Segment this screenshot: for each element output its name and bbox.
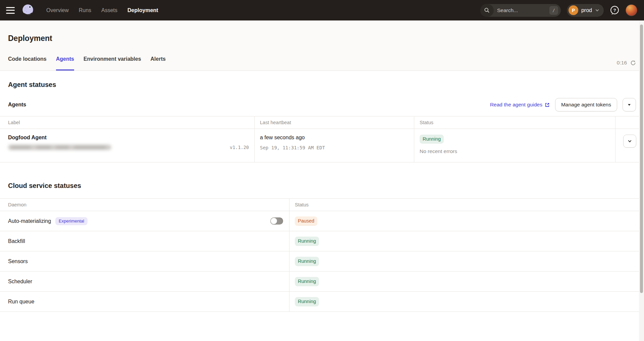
chevron-down-icon: [595, 8, 599, 12]
search-input[interactable]: Search... /: [480, 4, 561, 17]
agent-status-badge: Running: [420, 135, 444, 144]
nav-item-runs[interactable]: Runs: [79, 7, 91, 13]
daemon-row-auto-materializing: Auto-materializing Experimental Paused: [0, 211, 644, 231]
page-title: Deployment: [0, 20, 644, 42]
search-icon: [480, 4, 494, 17]
agent-guides-link-label: Read the agent guides: [490, 102, 542, 108]
daemon-status-badge: Paused: [295, 216, 317, 226]
agent-version: v1.1.20: [230, 145, 249, 150]
daemon-label: Scheduler: [8, 279, 32, 285]
agent-heartbeat-timestamp: Sep 19, 11:31:59 AM EDT: [260, 145, 409, 150]
cloud-services-table: Daemon Status Auto-materializing Experim…: [0, 198, 644, 312]
navbar-right: Search... / P prod ?: [480, 4, 637, 17]
tab-agents[interactable]: Agents: [56, 56, 74, 70]
deployment-avatar: P: [569, 5, 578, 15]
search-placeholder: Search...: [497, 7, 549, 13]
agent-tokens-menu-button[interactable]: [623, 98, 636, 111]
agent-statuses-heading: Agent statuses: [0, 81, 644, 89]
agents-subheading: Agents: [8, 102, 26, 108]
cloud-col-daemon: Daemon: [0, 199, 289, 211]
expand-agent-row-button[interactable]: [623, 135, 636, 148]
refresh-icon[interactable]: [630, 60, 636, 66]
daemon-row-run-queue: Run queue Running: [0, 292, 644, 312]
menu-icon[interactable]: [6, 7, 15, 14]
daemon-status-badge: Running: [295, 297, 319, 306]
cloud-col-status: Status: [289, 199, 644, 211]
daemon-status-badge: Running: [295, 257, 319, 266]
chevron-down-icon: [627, 139, 632, 144]
help-icon[interactable]: ?: [610, 5, 620, 15]
daemon-label: Sensors: [8, 258, 28, 264]
svg-text:?: ?: [613, 8, 616, 13]
cloud-service-statuses-heading: Cloud service statuses: [0, 182, 644, 190]
tab-environment-variables[interactable]: Environment variables: [84, 56, 141, 70]
daemon-label: Run queue: [8, 299, 34, 305]
deployment-switcher[interactable]: P prod: [567, 4, 604, 17]
agent-row: Dogfood Agent v1.1.20 a few seconds ago …: [0, 129, 644, 162]
tab-alerts[interactable]: Alerts: [151, 56, 166, 70]
manage-agent-tokens-button[interactable]: Manage agent tokens: [555, 98, 617, 111]
search-shortcut-key: /: [549, 6, 558, 15]
daemon-status-badge: Running: [295, 237, 319, 246]
nav-item-assets[interactable]: Assets: [101, 7, 117, 13]
refresh-countdown: 0:16: [617, 60, 627, 66]
daemon-status-badge: Running: [295, 277, 319, 286]
experimental-badge: Experimental: [55, 217, 88, 225]
primary-nav: Overview Runs Assets Deployment: [46, 7, 158, 13]
agents-col-label: Label: [0, 116, 254, 129]
agents-col-status: Status: [414, 116, 615, 129]
scrollbar-track: [639, 20, 644, 341]
scrollbar-thumb[interactable]: [640, 25, 643, 293]
agent-id-redacted: [8, 145, 111, 150]
agents-table: Label Last heartbeat Status Dogfood Agen…: [0, 116, 644, 162]
daemon-label: Backfill: [8, 238, 25, 244]
auto-materializing-toggle[interactable]: [270, 217, 283, 225]
agent-guides-link[interactable]: Read the agent guides: [490, 102, 550, 108]
daemon-row-sensors: Sensors Running: [0, 251, 644, 272]
agent-status-note: No recent errors: [420, 148, 610, 154]
daemon-row-scheduler: Scheduler Running: [0, 272, 644, 292]
nav-item-deployment[interactable]: Deployment: [127, 7, 158, 13]
agent-heartbeat-relative: a few seconds ago: [260, 135, 409, 141]
page-header: Deployment Code locations Agents Environ…: [0, 20, 644, 71]
tab-code-locations[interactable]: Code locations: [8, 56, 47, 70]
nav-item-overview[interactable]: Overview: [46, 7, 69, 13]
deployment-name: prod: [581, 7, 592, 13]
daemon-label: Auto-materializing: [8, 218, 51, 224]
top-navbar: Overview Runs Assets Deployment Search..…: [0, 0, 644, 20]
agents-col-heartbeat: Last heartbeat: [254, 116, 414, 129]
caret-down-icon: [628, 104, 631, 106]
daemon-row-backfill: Backfill Running: [0, 231, 644, 251]
dagster-logo-icon[interactable]: [21, 3, 35, 17]
deployment-tabs: Code locations Agents Environment variab…: [8, 56, 166, 70]
user-avatar[interactable]: [626, 4, 637, 16]
agent-name: Dogfood Agent: [8, 135, 249, 141]
external-link-icon: [545, 102, 550, 107]
